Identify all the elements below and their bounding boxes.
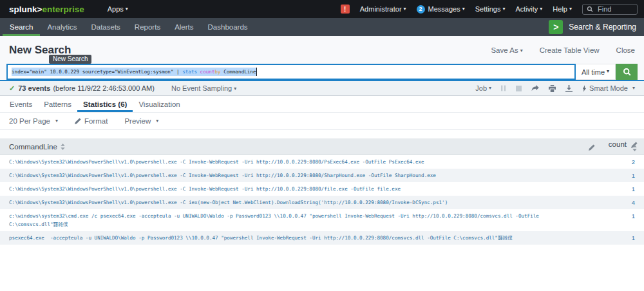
app-icon: > bbox=[549, 20, 563, 34]
search-query-input[interactable]: index="main" 10.0.0.229 sourcetype="WinE… bbox=[6, 64, 576, 80]
job-controls: Job▾ Smart Mode▾ bbox=[475, 84, 635, 92]
table-row: psexec64.exe -accepteula -u UNIWALDO\Wal… bbox=[0, 231, 644, 245]
find-search[interactable] bbox=[582, 4, 638, 15]
count-cell[interactable]: 1 bbox=[603, 212, 635, 220]
user-menu-label: Administrator bbox=[360, 5, 402, 13]
chevron-down-icon: ▾ bbox=[126, 6, 128, 12]
count-cell[interactable]: 1 bbox=[603, 171, 635, 180]
count-cell[interactable]: 4 bbox=[603, 198, 635, 207]
tab-statistics[interactable]: Statistics (6) bbox=[77, 96, 133, 112]
settings-menu[interactable]: Settings▾ bbox=[475, 5, 506, 13]
user-menu[interactable]: Administrator▾ bbox=[360, 5, 406, 13]
nav-item-dashboards[interactable]: Dashboards bbox=[201, 18, 255, 36]
search-icon bbox=[587, 6, 593, 12]
messages-count-badge: 2 bbox=[417, 5, 425, 14]
splunk-logo[interactable]: splunk>enterprise bbox=[9, 5, 84, 14]
app-name: Search & Reporting bbox=[569, 23, 636, 32]
commandline-cell[interactable]: c:\windows\system32\cmd.exe /c psexec64.… bbox=[9, 212, 556, 229]
chevron-down-icon: ▾ bbox=[502, 6, 505, 12]
tab-visualization[interactable]: Visualization bbox=[133, 96, 185, 112]
help-menu-label: Help bbox=[553, 5, 567, 13]
count-cell[interactable]: 1 bbox=[603, 185, 635, 193]
activity-menu-label: Activity bbox=[516, 5, 538, 13]
nav-item-alerts[interactable]: Alerts bbox=[167, 18, 200, 36]
tab-events[interactable]: Events bbox=[4, 96, 38, 112]
stop-button bbox=[516, 86, 522, 91]
find-input[interactable] bbox=[596, 5, 633, 14]
sort-icon[interactable] bbox=[61, 144, 65, 150]
save-as-button[interactable]: Save As▾ bbox=[491, 46, 522, 54]
create-table-view-button[interactable]: Create Table View bbox=[540, 46, 600, 54]
app-identity[interactable]: > Search & Reporting bbox=[549, 20, 644, 34]
chevron-down-icon: ▾ bbox=[404, 6, 406, 12]
chevron-down-icon: ▾ bbox=[156, 118, 158, 124]
nav-item-search[interactable]: Search bbox=[3, 18, 40, 36]
help-menu[interactable]: Help▾ bbox=[553, 5, 572, 13]
chevron-down-icon: ▾ bbox=[632, 85, 635, 91]
job-menu[interactable]: Job▾ bbox=[475, 84, 491, 92]
export-button[interactable] bbox=[565, 85, 573, 92]
splunk-search-page: splunk>enterprise Apps▾ ! Administrator▾… bbox=[0, 0, 644, 245]
activity-menu[interactable]: Activity▾ bbox=[516, 5, 543, 13]
search-section: New Search Save As▾ Create Table View Cl… bbox=[0, 36, 644, 80]
messages-menu-label: Messages bbox=[428, 5, 460, 13]
table-row: c:\windows\system32\cmd.exe /c psexec64.… bbox=[0, 209, 644, 231]
pencil-icon[interactable] bbox=[589, 144, 595, 152]
apps-menu[interactable]: Apps▾ bbox=[108, 5, 128, 13]
pause-button bbox=[501, 85, 506, 91]
statistics-table: CommandLine count C:\Windows\System32\Wi… bbox=[0, 138, 644, 245]
format-menu[interactable]: Format bbox=[75, 117, 108, 125]
pencil-icon bbox=[75, 118, 81, 124]
commandline-cell[interactable]: C:\Windows\System32\WindowsPowerShell\v1… bbox=[9, 185, 556, 193]
count-cell[interactable]: 1 bbox=[603, 234, 635, 242]
commandline-cell[interactable]: C:\Windows\System32\WindowsPowerShell\v1… bbox=[9, 158, 556, 166]
column-header-count[interactable]: count bbox=[609, 140, 627, 148]
logo-splunk-text: splunk> bbox=[9, 5, 42, 14]
nav-item-analytics[interactable]: Analytics bbox=[40, 18, 84, 36]
share-button[interactable] bbox=[531, 85, 539, 91]
column-header-commandline[interactable]: CommandLine bbox=[9, 143, 65, 151]
query-keyword-count: count bbox=[200, 68, 215, 76]
event-sampling-menu[interactable]: No Event Sampling▾ bbox=[171, 84, 236, 92]
app-navbar: Search Analytics Datasets Reports Alerts… bbox=[0, 18, 644, 36]
query-text: index="main" 10.0.0.229 sourcetype="WinE… bbox=[12, 68, 182, 76]
query-field: CommandLine bbox=[221, 68, 256, 76]
events-time-detail: (before 11/9/22 2:46:53.000 AM) bbox=[53, 84, 155, 92]
sort-icon[interactable] bbox=[632, 145, 637, 153]
page-actions: Save As▾ Create Table View Close bbox=[491, 46, 635, 54]
chevron-down-icon: ▾ bbox=[462, 6, 465, 12]
table-row: C:\Windows\System32\WindowsPowerShell\v1… bbox=[0, 182, 644, 196]
preview-menu[interactable]: Preview▾ bbox=[124, 117, 158, 125]
smart-mode-menu[interactable]: Smart Mode▾ bbox=[582, 84, 635, 92]
smart-mode-label: Smart Mode bbox=[589, 84, 628, 92]
chevron-down-icon: ▾ bbox=[607, 68, 609, 74]
time-range-label: All time bbox=[582, 68, 605, 76]
settings-menu-label: Settings bbox=[475, 5, 501, 13]
table-header: CommandLine count bbox=[0, 138, 644, 155]
topbar: splunk>enterprise Apps▾ ! Administrator▾… bbox=[0, 0, 644, 18]
chevron-down-icon: ▾ bbox=[569, 6, 572, 12]
license-alert-badge[interactable]: ! bbox=[341, 5, 350, 14]
print-button[interactable] bbox=[549, 85, 556, 92]
close-button[interactable]: Close bbox=[616, 46, 635, 54]
table-row: C:\Windows\System32\WindowsPowerShell\v1… bbox=[0, 169, 644, 182]
search-button[interactable] bbox=[616, 64, 638, 80]
table-row: C:\Windows\System32\WindowsPowerShell\v1… bbox=[0, 196, 644, 209]
search-bar: New Search index="main" 10.0.0.229 sourc… bbox=[6, 64, 638, 80]
tab-patterns[interactable]: Patterns bbox=[38, 96, 77, 112]
messages-menu[interactable]: 2 Messages▾ bbox=[417, 5, 465, 14]
commandline-cell[interactable]: C:\Windows\System32\WindowsPowerShell\v1… bbox=[9, 171, 556, 180]
chevron-down-icon: ▾ bbox=[489, 85, 491, 91]
commandline-cell[interactable]: psexec64.exe -accepteula -u UNIWALDO\Wal… bbox=[9, 234, 556, 242]
search-icon bbox=[623, 68, 631, 76]
commandline-cell[interactable]: C:\Windows\System32\WindowsPowerShell\v1… bbox=[9, 198, 556, 207]
topbar-right: ! Administrator▾ 2 Messages▾ Settings▾ A… bbox=[341, 4, 638, 15]
nav-item-datasets[interactable]: Datasets bbox=[84, 18, 127, 36]
per-page-menu[interactable]: 20 Per Page▾ bbox=[9, 117, 58, 125]
events-count[interactable]: 73 events bbox=[18, 84, 50, 92]
count-cell[interactable]: 2 bbox=[603, 158, 635, 166]
apps-menu-label: Apps bbox=[108, 5, 124, 13]
nav-item-reports[interactable]: Reports bbox=[128, 18, 167, 36]
time-range-picker[interactable]: All time▾ bbox=[576, 64, 616, 80]
query-keyword-by: by bbox=[214, 68, 220, 76]
